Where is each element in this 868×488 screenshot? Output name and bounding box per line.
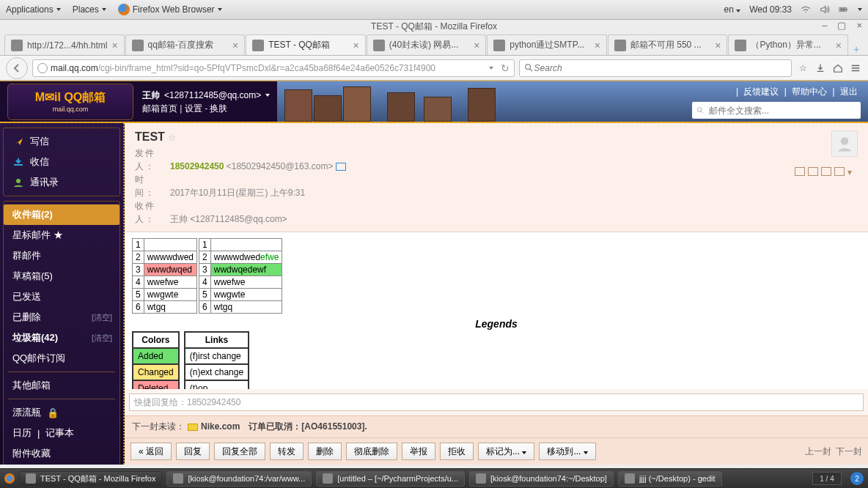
help-link[interactable]: 帮助中心 bbox=[792, 86, 827, 97]
taskbar-firefox-icon[interactable] bbox=[4, 473, 15, 484]
workspace-indicator[interactable]: 1 / 4 bbox=[812, 472, 842, 485]
sidebar-drift-bottle[interactable]: 漂流瓶 🔒 bbox=[4, 402, 119, 423]
sidebar-drafts[interactable]: 草稿箱(5) bbox=[4, 266, 119, 286]
next-mail-link[interactable]: 下一封 bbox=[836, 446, 862, 458]
volume-icon[interactable] bbox=[820, 4, 830, 15]
close-tab-icon[interactable]: × bbox=[715, 40, 721, 51]
sidebar-groupmail[interactable]: 群邮件 bbox=[4, 245, 119, 266]
browser-tab[interactable]: 邮箱不可用 550 ...× bbox=[608, 34, 728, 55]
new-tab-button[interactable]: + bbox=[849, 43, 864, 55]
mail-home-link[interactable]: 邮箱首页 bbox=[142, 103, 177, 114]
close-tab-icon[interactable]: × bbox=[474, 40, 479, 51]
sidebar-filerelay[interactable]: 文件中转站 bbox=[4, 464, 119, 465]
close-tab-icon[interactable]: × bbox=[111, 40, 117, 51]
keyboard-lang[interactable]: en bbox=[724, 4, 740, 15]
sidebar-starred[interactable]: 星标邮件 ★ bbox=[4, 225, 119, 245]
sidebar-trash[interactable]: 垃圾箱(42)[清空] bbox=[4, 328, 119, 348]
sidebar-inbox[interactable]: 收件箱(2) bbox=[4, 204, 119, 225]
star-toggle[interactable]: ☆ bbox=[168, 133, 176, 143]
qqmail-logo[interactable]: M✉il QQ邮箱 mail.qq.com bbox=[7, 84, 133, 120]
taskbar-item[interactable]: TEST - QQ邮箱 - Mozilla Firefox bbox=[19, 471, 162, 487]
back-button[interactable]: « 返回 bbox=[130, 443, 172, 460]
menu-icon[interactable] bbox=[849, 62, 862, 75]
report-button[interactable]: 举报 bbox=[402, 443, 435, 460]
sidebar-attachments[interactable]: 附件收藏 bbox=[4, 443, 119, 464]
search-bar[interactable] bbox=[519, 59, 792, 77]
browser-tab[interactable]: （Python）异常...× bbox=[728, 34, 848, 55]
sidebar-sent[interactable]: 已发送 bbox=[4, 286, 119, 307]
skin-link[interactable]: 换肤 bbox=[210, 103, 227, 114]
forward-button[interactable]: 转发 bbox=[270, 443, 304, 460]
browser-tab[interactable]: python通过SMTP...× bbox=[487, 34, 607, 55]
empty-deleted-link[interactable]: [清空] bbox=[92, 312, 112, 323]
mail-search[interactable] bbox=[692, 102, 861, 119]
move-to-button[interactable]: 移动到... bbox=[539, 443, 595, 460]
delete-button[interactable]: 删除 bbox=[308, 443, 342, 460]
home-icon[interactable] bbox=[831, 62, 845, 75]
taskbar-item[interactable]: [kiosk@foundation74:~/Desktop] bbox=[469, 471, 614, 487]
reload-icon[interactable]: ↻ bbox=[501, 62, 510, 74]
favicon bbox=[493, 40, 505, 51]
quick-reply[interactable]: 快捷回复给：18502942450 bbox=[129, 393, 864, 411]
taskbar-item[interactable]: jjjj (~/Desktop) - gedit bbox=[618, 471, 722, 487]
search-input[interactable] bbox=[534, 63, 787, 73]
sidebar-other-mailbox[interactable]: 其他邮箱 bbox=[4, 375, 119, 396]
close-tab-icon[interactable]: × bbox=[353, 40, 359, 51]
reply-button[interactable]: 回复 bbox=[176, 443, 210, 460]
prev-mail-link[interactable]: 上一封 bbox=[805, 446, 831, 458]
gnome-top-bar: Applications Places Firefox Web Browser … bbox=[0, 0, 868, 20]
notification-badge[interactable]: 2 bbox=[850, 472, 864, 485]
sender-name[interactable]: 18502942450 bbox=[170, 161, 224, 171]
feedback-link[interactable]: 反馈建议 bbox=[743, 86, 779, 97]
wifi-icon[interactable] bbox=[801, 4, 811, 15]
browser-tab[interactable]: TEST - QQ邮箱× bbox=[246, 34, 366, 55]
url-dropdown-icon[interactable] bbox=[489, 67, 493, 70]
exit-link[interactable]: 退出 bbox=[840, 86, 858, 97]
favicon bbox=[132, 40, 144, 51]
close-tab-icon[interactable]: × bbox=[595, 40, 600, 51]
tool-dropdown[interactable]: ▾ bbox=[847, 167, 858, 176]
bookmark-star-icon[interactable]: ☆ bbox=[796, 62, 809, 75]
taskbar-item[interactable]: [untitled – [~/PycharmProjects/u... bbox=[316, 471, 465, 487]
back-button[interactable] bbox=[6, 57, 28, 79]
close-button[interactable]: × bbox=[856, 20, 862, 31]
browser-tab[interactable]: (40封未读) 网易...× bbox=[367, 34, 487, 55]
taskbar-item[interactable]: [kiosk@foundation74:/var/www... bbox=[166, 471, 312, 487]
tool-icon-3[interactable] bbox=[821, 167, 831, 176]
mail-body: 12wwwwdwed3wwwdwqed4wwefwe5wwgwte6wtgq 1… bbox=[125, 232, 868, 389]
sidebar-deleted[interactable]: 已删除[清空] bbox=[4, 307, 119, 328]
delete-forever-button[interactable]: 彻底删除 bbox=[346, 443, 397, 460]
system-menu-caret[interactable] bbox=[858, 8, 862, 11]
tool-icon-2[interactable] bbox=[808, 167, 818, 176]
reject-button[interactable]: 拒收 bbox=[440, 443, 474, 460]
next-unread-bar[interactable]: 下一封未读：Nike.com 订单已取消：[AO461551003]. bbox=[125, 415, 868, 438]
maximize-button[interactable]: ▢ bbox=[837, 20, 846, 31]
mark-as-button[interactable]: 标记为... bbox=[478, 443, 534, 460]
browser-tab[interactable]: http://172...4/hh.html× bbox=[4, 34, 125, 55]
contacts-button[interactable]: 通讯录 bbox=[4, 172, 119, 193]
settings-link[interactable]: 设置 bbox=[185, 103, 202, 114]
battery-icon[interactable] bbox=[839, 4, 849, 15]
places-menu[interactable]: Places bbox=[73, 4, 106, 15]
tool-icon-4[interactable] bbox=[834, 167, 845, 176]
downloads-icon[interactable] bbox=[814, 62, 827, 75]
browser-tab[interactable]: qq邮箱-百度搜索× bbox=[125, 34, 246, 55]
tool-icon-1[interactable] bbox=[795, 167, 805, 176]
mail-search-input[interactable] bbox=[709, 106, 856, 116]
sender-avatar[interactable] bbox=[831, 130, 858, 157]
active-app-indicator[interactable]: Firefox Web Browser bbox=[118, 4, 222, 15]
empty-trash-link[interactable]: [清空] bbox=[92, 333, 112, 344]
sidebar-subscribe[interactable]: QQ邮件订阅 bbox=[4, 348, 119, 369]
sidebar-calendar-notes[interactable]: 日历 | 记事本 bbox=[4, 423, 119, 443]
clock[interactable]: Wed 09:33 bbox=[749, 4, 792, 15]
close-tab-icon[interactable]: × bbox=[232, 40, 238, 51]
receive-button[interactable]: 收信 bbox=[4, 152, 119, 172]
vcard-icon[interactable] bbox=[336, 163, 346, 171]
app-icon bbox=[173, 473, 183, 484]
close-tab-icon[interactable]: × bbox=[836, 40, 842, 51]
url-bar[interactable]: mail.qq.com/cgi-bin/frame_html?sid=qo-5P… bbox=[32, 59, 515, 77]
compose-button[interactable]: 写信 bbox=[4, 131, 119, 152]
applications-menu[interactable]: Applications bbox=[6, 4, 61, 15]
minimize-button[interactable]: – bbox=[822, 20, 827, 31]
reply-all-button[interactable]: 回复全部 bbox=[214, 443, 265, 460]
